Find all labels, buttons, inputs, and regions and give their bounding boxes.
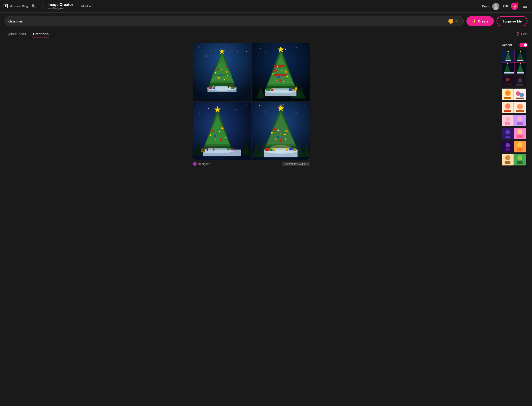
svg-point-26 [220,74,222,76]
thumbnail-3-2[interactable] [514,89,526,100]
svg-point-65 [281,70,282,71]
svg-point-60 [284,70,287,73]
svg-point-158 [520,51,521,52]
thumbnail-4-1[interactable] [502,115,514,126]
thumbnail-5-4[interactable] [514,154,526,166]
svg-point-162 [507,63,508,64]
help-label: Help [521,32,527,36]
recent-label: Recent [502,43,512,47]
thumbnail-row-5b [502,154,526,166]
user-name: Kristi [482,5,489,8]
svg-rect-190 [505,122,510,125]
svg-point-172 [518,78,522,83]
generated-image-4[interactable] [252,102,310,160]
footer-bar: Designer Powered by DALL·E 3 [193,162,310,166]
generated-image-2[interactable] [252,43,310,101]
svg-point-61 [277,76,280,79]
thumbnail-3-4[interactable] [514,102,526,113]
thumbnail-1-1[interactable] [502,50,514,62]
svg-point-92 [211,130,214,132]
thumbnail-row-3 [502,89,526,100]
search-input[interactable] [8,19,447,23]
svg-point-201 [505,143,510,147]
thumbnail-4-3[interactable] [502,128,514,139]
svg-point-83 [235,109,236,110]
thumbnail-4-4[interactable] [514,128,526,139]
svg-point-189 [505,117,510,121]
svg-point-139 [280,133,282,134]
svg-point-24 [216,68,219,71]
thumbnail-grid-1 [502,50,526,74]
recent-header: Recent [502,43,527,47]
generated-image-3[interactable] [193,102,251,160]
header-divider [42,3,43,9]
create-button[interactable]: ✨ Create [466,16,494,26]
svg-point-98 [219,131,220,132]
thumbnail-5-1[interactable] [502,141,514,152]
svg-point-47 [272,46,272,46]
avatar[interactable] [492,3,499,10]
thumbnail-1-3[interactable] [502,62,514,74]
bing-logo[interactable]: ⊞ Microsoft Bing [4,4,28,8]
thumbnail-2-2[interactable] [514,76,526,87]
thumbnail-1-2[interactable] [514,50,526,62]
app-title: Image Creator [47,2,73,7]
svg-point-8 [199,47,200,47]
svg-rect-144 [265,148,269,151]
svg-rect-147 [293,148,296,151]
svg-rect-73 [266,88,270,91]
svg-point-114 [269,108,270,108]
svg-rect-74 [270,89,273,91]
svg-point-25 [225,71,227,73]
designer-text: Designer [198,162,210,166]
main-content: Designer Powered by DALL·E 3 Recent [0,38,532,171]
svg-point-64 [272,73,274,75]
svg-point-115 [283,104,284,105]
hamburger-menu-icon[interactable] [521,3,528,10]
svg-point-15 [246,51,247,52]
recent-toggle[interactable] [519,43,527,47]
thumbnail-row-5 [502,141,526,152]
svg-point-82 [224,106,224,106]
svg-point-149 [273,148,275,150]
svg-point-192 [518,116,522,121]
svg-point-134 [271,132,273,134]
dalle-badge: Powered by DALL·E 3 [282,162,310,166]
header: ⊞ Microsoft Bing 🔍 Image Creator from De… [0,0,532,13]
svg-point-33 [224,79,225,80]
svg-point-27 [225,66,227,68]
thumbnail-1-4[interactable] [514,62,526,74]
tab-creations[interactable]: Creations [32,30,50,38]
thumbnail-2-1[interactable] [502,76,514,87]
app-title-group: Image Creator from Designer [47,2,73,10]
svg-point-119 [295,111,298,114]
svg-point-95 [220,138,222,141]
tab-explore[interactable]: Explore ideas [5,30,27,38]
svg-point-204 [518,142,522,147]
svg-point-93 [221,127,224,130]
search-bar: ⚡ 90 [5,16,464,26]
svg-rect-106 [207,148,208,151]
thumbnail-3-1[interactable] [502,89,514,100]
svg-point-17 [206,55,207,57]
svg-point-3 [495,4,497,7]
thumbnail-5-2[interactable] [514,141,526,152]
thumbnail-3-3[interactable] [502,102,514,113]
create-label: Create [478,19,489,23]
app-subtitle: from Designer [47,7,73,10]
thumbnail-group-1[interactable] [502,50,527,74]
thumbnail-5-3[interactable] [502,154,514,166]
thumbnail-4-2[interactable] [514,115,526,126]
boost-button[interactable]: ⚡ 90 [447,19,460,24]
credits-group[interactable]: 1564 ⚡ [503,3,518,10]
svg-rect-184 [504,110,511,112]
svg-point-129 [285,130,288,132]
surprise-button[interactable]: Surprise Me [497,16,527,26]
generated-image-1[interactable] [193,43,251,101]
svg-point-78 [295,87,297,89]
search-icon[interactable]: 🔍 [30,2,37,10]
svg-rect-163 [504,72,514,73]
svg-rect-43 [213,87,215,89]
help-link[interactable]: ❓ Help [516,32,527,36]
preview-badge[interactable]: PREVIEW [78,4,93,8]
